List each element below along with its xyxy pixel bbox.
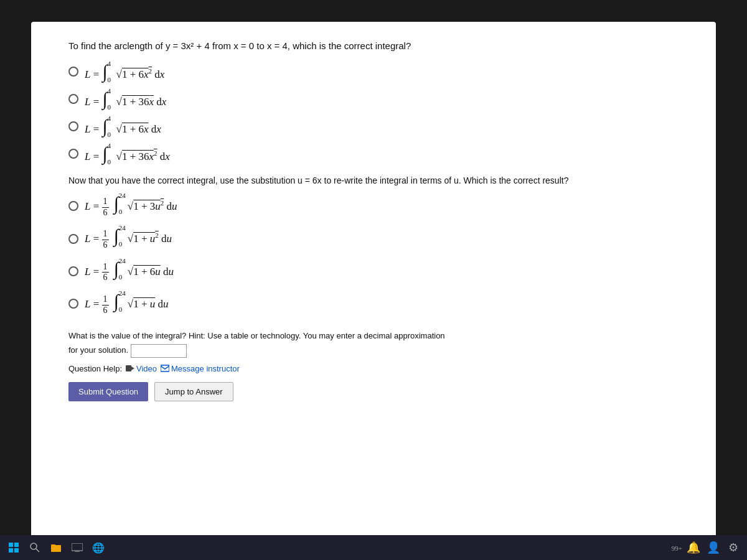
help-row: Question Help: Video Message instructor — [68, 364, 679, 373]
sub-radio-2[interactable] — [68, 234, 78, 244]
svg-rect-4 — [14, 543, 19, 547]
option-1[interactable]: L = ∫ 4 0 √1 + 6x2 dx — [68, 62, 679, 81]
svg-line-8 — [36, 549, 39, 552]
svg-rect-2 — [161, 365, 169, 371]
svg-marker-1 — [131, 366, 134, 370]
notification-badge[interactable]: 99+ — [672, 542, 682, 553]
option-2-math: L = ∫ 4 0 √1 + 36x dx — [85, 90, 166, 108]
option-2[interactable]: L = ∫ 4 0 √1 + 36x dx — [68, 90, 679, 108]
monitor-icon — [72, 543, 83, 552]
sub-radio-4[interactable] — [68, 299, 78, 309]
taskbar: 🌐 99+ 🔔 👤 ⚙ — [0, 535, 747, 560]
hint-text: What is the value of the integral? Hint:… — [68, 331, 679, 340]
taskbar-right: 99+ 🔔 👤 ⚙ — [672, 539, 742, 556]
svg-point-7 — [31, 543, 37, 549]
option-3[interactable]: L = ∫ 4 0 √1 + 6x dx — [68, 117, 679, 136]
taskbar-notification[interactable]: 🔔 — [685, 539, 702, 556]
radio-1[interactable] — [68, 67, 78, 77]
svg-rect-10 — [51, 544, 55, 547]
video-icon — [126, 365, 134, 372]
search-button[interactable] — [26, 539, 44, 556]
svg-rect-0 — [126, 365, 131, 371]
sub-radio-3[interactable] — [68, 266, 78, 276]
substitution-question-text: Now that you have the correct integral, … — [68, 175, 679, 185]
radio-2[interactable] — [68, 94, 78, 104]
hint-section: What is the value of the integral? Hint:… — [68, 331, 679, 358]
sub-option-2-math: L = 1 6 ∫ 24 0 √1 + u2 du — [85, 226, 172, 250]
sub-radio-1[interactable] — [68, 201, 78, 211]
file-explorer-button[interactable] — [47, 539, 65, 556]
taskbar-settings[interactable]: ⚙ — [725, 539, 742, 556]
sub-option-1[interactable]: L = 1 6 ∫ 24 0 √1 + 3u2 du — [68, 194, 679, 218]
help-label: Question Help: — [68, 364, 122, 373]
svg-rect-6 — [14, 548, 19, 553]
option-3-math: L = ∫ 4 0 √1 + 6x dx — [85, 117, 161, 136]
video-link[interactable]: Video — [126, 364, 157, 373]
jump-answer-button[interactable]: Jump to Answer — [154, 382, 233, 401]
option-1-math: L = ∫ 4 0 √1 + 6x2 dx — [85, 62, 164, 81]
sub-option-3[interactable]: L = 1 6 ∫ 24 0 √1 + 6u du — [68, 259, 679, 283]
taskbar-user[interactable]: 👤 — [705, 539, 722, 556]
option-4-math: L = ∫ 4 0 √1 + 36x2 dx — [85, 144, 170, 163]
windows-icon — [9, 543, 19, 553]
question-text: To find the arclength of y = 3x² + 4 fro… — [68, 40, 679, 51]
svg-rect-11 — [72, 543, 83, 551]
start-button[interactable] — [5, 539, 22, 556]
sub-option-2[interactable]: L = 1 6 ∫ 24 0 √1 + u2 du — [68, 226, 679, 250]
monitor-button[interactable] — [68, 539, 86, 556]
option-4[interactable]: L = ∫ 4 0 √1 + 36x2 dx — [68, 144, 679, 163]
sub-option-3-math: L = 1 6 ∫ 24 0 √1 + 6u du — [85, 259, 174, 283]
mail-icon — [161, 365, 169, 372]
svg-rect-3 — [9, 543, 13, 547]
hint-text-2: for your solution. — [68, 344, 679, 358]
search-icon — [30, 543, 40, 553]
radio-3[interactable] — [68, 121, 78, 131]
button-row: Submit Question Jump to Answer — [68, 382, 679, 401]
edge-button[interactable]: 🌐 — [90, 539, 107, 556]
sub-option-1-math: L = 1 6 ∫ 24 0 √1 + 3u2 du — [85, 194, 177, 218]
radio-4[interactable] — [68, 149, 78, 159]
sub-option-4-math: L = 1 6 ∫ 24 0 √1 + u du — [85, 292, 168, 315]
folder-icon — [51, 543, 61, 552]
sub-option-4[interactable]: L = 1 6 ∫ 24 0 √1 + u du — [68, 292, 679, 315]
message-instructor-link[interactable]: Message instructor — [161, 364, 240, 373]
svg-rect-5 — [9, 548, 13, 553]
answer-input[interactable] — [131, 344, 187, 358]
submit-button[interactable]: Submit Question — [68, 382, 148, 401]
